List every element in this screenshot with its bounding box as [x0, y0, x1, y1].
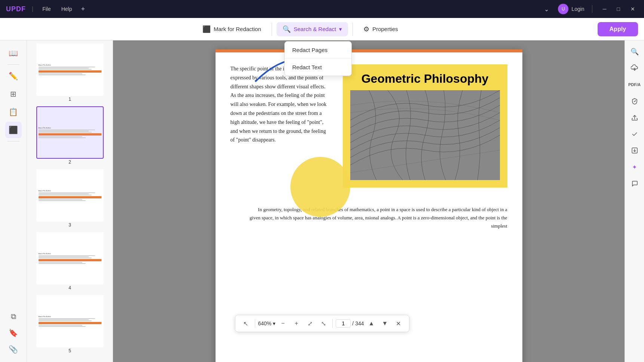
properties-icon: ⚙	[363, 25, 369, 33]
page-title-section: Geometric Philosophy	[343, 64, 507, 188]
next-page-button[interactable]: ▼	[379, 317, 391, 329]
menu-plus[interactable]: +	[81, 5, 85, 13]
thumbnail-number-5: 5	[68, 348, 71, 353]
fit-page-button[interactable]: ⤢	[304, 317, 316, 329]
sidebar-item-redact[interactable]: ⬛	[5, 122, 22, 138]
zoom-dropdown-icon: ▾	[273, 320, 275, 326]
mark-redaction-icon: ⬛	[202, 25, 211, 33]
main-area: 📖 ✏️ ⊞ 📋 ⬛ ⧉ 🔖 📎 About The Author	[0, 40, 644, 362]
page-number-input[interactable]	[336, 319, 351, 328]
right-protect-icon[interactable]	[628, 94, 641, 108]
bottom-toolbar-divider-1	[254, 319, 255, 328]
right-save-icon[interactable]	[628, 144, 641, 157]
bottom-toolbar-divider-2	[332, 319, 333, 328]
page-title: Geometric Philosophy	[361, 72, 489, 86]
sidebar-separator-2	[7, 141, 19, 142]
toolbar: ⬛ Mark for Redaction 🔍 Search & Redact ▾…	[0, 18, 644, 40]
mark-for-redaction-button[interactable]: ⬛ Mark for Redaction	[196, 22, 267, 36]
fit-width-button[interactable]: ⤡	[317, 317, 329, 329]
thumbnail-1[interactable]: About The Author 1	[30, 43, 110, 102]
right-sidebar: 🔍 PDF/A	[625, 40, 644, 362]
close-toolbar-button[interactable]: ✕	[393, 317, 405, 329]
titlebar: UPDF | File Help + ⌄ U Login ─ □ ✕	[0, 0, 644, 18]
avatar: U	[558, 4, 568, 14]
page-separator: /	[352, 320, 354, 326]
thumbnail-number-4: 4	[68, 285, 71, 290]
menu-help[interactable]: Help	[58, 4, 75, 13]
app-logo: UPDF	[6, 5, 26, 13]
right-search-icon[interactable]: 🔍	[628, 45, 641, 58]
sidebar-item-read[interactable]: 📖	[5, 45, 22, 61]
dropdown-arrow-icon: ▾	[339, 26, 342, 33]
close-button[interactable]: ✕	[628, 4, 638, 13]
geometric-image	[350, 90, 500, 180]
yellow-circle-decoration	[290, 157, 350, 217]
redact-text-item[interactable]: Redact Text	[285, 59, 351, 76]
content-area[interactable]: The specific point of the image can be e…	[113, 40, 625, 362]
page-body-right: In geometry, topology, and related branc…	[231, 206, 507, 230]
right-ai-icon[interactable]: ✦	[628, 160, 641, 174]
toolbar-divider	[272, 22, 272, 36]
left-sidebar: 📖 ✏️ ⊞ 📋 ⬛ ⧉ 🔖 📎	[0, 40, 27, 362]
search-redact-dropdown: Redact Pages Redact Text	[284, 41, 352, 76]
right-check-icon[interactable]	[628, 127, 641, 141]
minimize-button[interactable]: ─	[600, 4, 610, 13]
svg-line-4	[635, 100, 636, 102]
maximize-button[interactable]: □	[614, 4, 623, 13]
prev-page-button[interactable]: ▲	[366, 317, 378, 329]
sidebar-item-layers[interactable]: ⧉	[5, 308, 22, 325]
properties-button[interactable]: ⚙ Properties	[357, 22, 404, 36]
right-share-icon[interactable]	[628, 111, 641, 124]
bottom-toolbar: ↖ 640% ▾ − + ⤢ ⤡ / 344 ▲ ▼ ✕	[235, 315, 409, 332]
thumbnail-2[interactable]: About The Author 2	[30, 106, 110, 165]
zoom-in-button[interactable]: +	[290, 317, 302, 329]
login-label[interactable]: Login	[571, 6, 584, 12]
cursor-tool-button[interactable]: ↖	[239, 317, 251, 329]
sidebar-separator	[7, 64, 19, 65]
right-pdfa-icon[interactable]: PDF/A	[628, 78, 641, 91]
thumbnail-panel: About The Author 1 About The Author	[27, 40, 113, 362]
thumbnail-number-3: 3	[68, 222, 71, 228]
total-pages: 344	[355, 320, 364, 326]
right-chat-icon[interactable]	[628, 177, 641, 190]
toolbar-divider-2	[352, 22, 353, 36]
thumbnail-5[interactable]: About The Author 5	[30, 295, 110, 353]
titlebar-separator: |	[32, 6, 33, 12]
page-body-left: The specific point of the image can be e…	[231, 64, 331, 145]
sidebar-item-attachment[interactable]: 📎	[5, 341, 22, 358]
redact-pages-item[interactable]: Redact Pages	[285, 42, 351, 59]
thumbnail-3[interactable]: About The Author 3	[30, 169, 110, 228]
titlebar-divider	[592, 5, 592, 13]
page-header-bar	[216, 49, 522, 52]
sidebar-item-annotate[interactable]: ✏️	[5, 68, 22, 84]
thumbnail-4[interactable]: About The Author 4	[30, 232, 110, 290]
zoom-level-display: 640% ▾	[258, 320, 275, 326]
menu-file[interactable]: File	[39, 4, 54, 13]
right-cloud-save-icon[interactable]	[628, 61, 641, 75]
sidebar-item-bookmark[interactable]: 🔖	[5, 325, 22, 341]
thumbnail-number-2: 2	[68, 159, 71, 165]
user-login-area[interactable]: U Login	[558, 4, 584, 14]
chevron-down-icon[interactable]: ⌄	[544, 6, 549, 13]
apply-button[interactable]: Apply	[598, 22, 638, 36]
thumbnail-number-1: 1	[68, 97, 71, 102]
search-redact-icon: 🔍	[283, 25, 291, 33]
zoom-out-button[interactable]: −	[277, 317, 289, 329]
sidebar-item-layout[interactable]: ⊞	[5, 86, 22, 102]
geometric-art-svg	[350, 90, 500, 180]
search-and-redact-button[interactable]: 🔍 Search & Redact ▾	[277, 22, 348, 36]
sidebar-item-pages[interactable]: 📋	[5, 104, 22, 120]
